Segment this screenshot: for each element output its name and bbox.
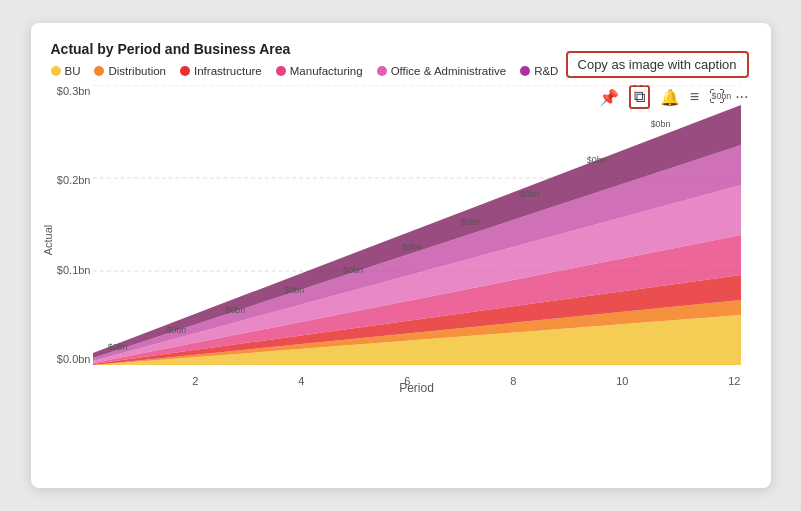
svg-text:$0bn: $0bn	[284, 285, 304, 295]
svg-text:$0bn: $0bn	[711, 91, 731, 101]
legend-item: Manufacturing	[276, 65, 363, 77]
copy-image-caption-tooltip: Copy as image with caption	[566, 51, 749, 78]
legend-item: Distribution	[94, 65, 166, 77]
legend-label: Infrastructure	[194, 65, 262, 77]
chart-area: Actual	[51, 85, 751, 395]
svg-text:$0bn: $0bn	[586, 155, 606, 165]
legend-dot	[276, 66, 286, 76]
legend-label: Office & Administrative	[391, 65, 506, 77]
legend-item: Infrastructure	[180, 65, 262, 77]
svg-text:$0bn: $0bn	[650, 119, 670, 129]
y-tick: $0.0bn	[51, 353, 91, 365]
legend-label: R&D	[534, 65, 558, 77]
y-tick: $0.1bn	[51, 264, 91, 276]
legend-item: Office & Administrative	[377, 65, 506, 77]
y-tick: $0.3bn	[51, 85, 91, 97]
chart-inner: $0bn $0bn $0bn $0bn $0bn $0bn $0bn $0bn …	[93, 85, 741, 365]
legend-dot	[51, 66, 61, 76]
svg-text:$0bn: $0bn	[461, 217, 481, 227]
legend-dot	[180, 66, 190, 76]
svg-text:$0bn: $0bn	[402, 242, 422, 252]
svg-text:$0bn: $0bn	[107, 342, 127, 352]
legend-item: BU	[51, 65, 81, 77]
svg-text:$0bn: $0bn	[520, 189, 540, 199]
chart-card: Copy as image with caption 📌 ⧉ 🔔 ≡ ⛶ ···…	[31, 23, 771, 488]
legend-label: Distribution	[108, 65, 166, 77]
legend-label: Manufacturing	[290, 65, 363, 77]
chart-svg: $0bn $0bn $0bn $0bn $0bn $0bn $0bn $0bn …	[93, 85, 741, 365]
legend-dot	[94, 66, 104, 76]
y-ticks: $0.3bn$0.2bn$0.1bn$0.0bn	[51, 85, 91, 365]
svg-text:$0bn: $0bn	[225, 305, 245, 315]
legend-label: BU	[65, 65, 81, 77]
svg-text:$0bn: $0bn	[166, 325, 186, 335]
legend-dot	[520, 66, 530, 76]
legend-dot	[377, 66, 387, 76]
y-tick: $0.2bn	[51, 174, 91, 186]
svg-text:$0bn: $0bn	[343, 265, 363, 275]
legend-item: R&D	[520, 65, 558, 77]
x-axis-label: Period	[93, 381, 741, 395]
